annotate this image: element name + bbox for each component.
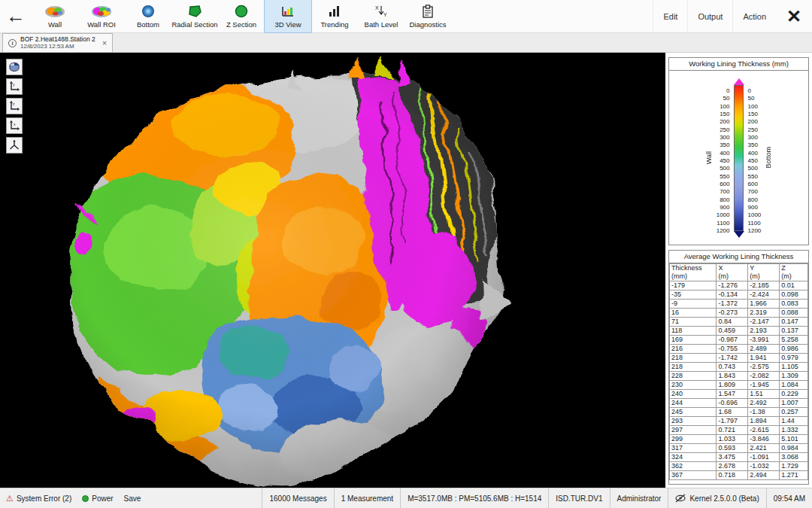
table-row[interactable]: 3243.475-1.0913.068 [670,453,808,462]
table-cell: -2.424 [748,291,780,300]
table-row[interactable]: 2451.68-1.380.257 [670,408,808,417]
table-cell: 0.01 [780,281,808,291]
toolbar-item-bath-level[interactable]: X Y Bath Level [358,0,404,32]
action-button[interactable]: Action [732,0,776,32]
table-cell: -1.945 [748,381,780,390]
table-row[interactable]: 2401.5471.510.229 [670,390,808,399]
toolbar-item-bottom[interactable]: Bottom [125,0,171,32]
kernel-label: Kernel 2.5.0.0 (Beta) [689,494,759,503]
table-cell: 0.718 [717,471,748,480]
messages-status[interactable]: 16000 Messages [262,488,333,508]
edit-button[interactable]: Edit [653,0,687,32]
table-row[interactable]: 293-1.7971.8941.44 [670,417,808,426]
system-error-status[interactable]: ⚠ System Error (2) [6,494,71,503]
toolbar-item-wall[interactable]: Wall [32,0,78,32]
table-cell: 0.088 [780,309,808,318]
measurement-tab[interactable]: i BOF 2.Heat1488.Station 2 12/8/2023 12:… [2,33,113,52]
legend-tick-label: 450 [720,158,729,164]
toolbar-item-radial-section[interactable]: Radial Section [171,0,218,32]
table-cell: 1.547 [717,390,748,399]
legend-tick-label: 350 [748,142,758,148]
table-cell: 367 [670,471,717,480]
toolbar-item-z-section[interactable]: Z Section [218,0,265,32]
table-cell: 362 [670,462,717,471]
table-row[interactable]: 169-0.987-3.9915.258 [670,336,808,345]
table-cell: 245 [670,408,717,417]
table-row[interactable]: 244-0.6962.4921.007 [670,399,808,408]
table-row[interactable]: 216-0.7552.4890.986 [670,345,808,354]
legend-tick-label: 200 [720,119,729,125]
table-row[interactable]: 2970.721-2.6151.332 [670,426,808,435]
toolbar-item-label: Wall [48,20,62,29]
legend-ticks-right: 0501001502002503003504004505005506007008… [748,88,762,234]
toolbar-item-3d-view[interactable]: 3D View [265,0,311,32]
toolbar-item-wall-roi[interactable]: Wall ROI [78,0,125,32]
svg-text:Y: Y [383,12,387,17]
clock-status: 09:54 AM [766,488,812,508]
table-cell: -179 [670,281,717,291]
app-window: ← Wall Wall ROI Bottom [0,0,812,508]
3d-viewport[interactable]: y z x [0,53,665,488]
table-cell: -0.134 [717,291,748,300]
warning-icon: ⚠ [6,494,14,503]
table-row[interactable]: -179-1.276-2.1850.01 [670,281,808,291]
back-button[interactable]: ← [0,0,32,32]
table-row[interactable]: 3670.7182.4941.271 [670,471,808,480]
table-cell: -0.273 [717,309,748,318]
device-status[interactable]: ISD.TUR.DV1 [548,488,609,508]
table-row[interactable]: 1180.4592.1930.137 [670,327,808,336]
bath-level-icon: X Y [374,4,389,19]
wall-roi-thumbnail-icon [91,4,112,19]
table-cell: -2.147 [748,318,780,327]
legend-wall-label: Wall [705,151,713,164]
legend-tick-label: 600 [748,181,758,187]
legend-tick-label: 1100 [748,221,761,227]
info-icon: i [8,39,17,47]
close-app-button[interactable]: ✕ [776,0,812,32]
toolbar-item-trending[interactable]: Trending [311,0,358,32]
axis-xy-view-button[interactable]: y [6,78,23,95]
axis-xz-view-button[interactable]: z [6,98,23,114]
toolbar-item-label: Wall ROI [87,20,116,29]
furnace-3d-model[interactable] [0,53,665,488]
table-row[interactable]: 2281.843-2.0821.309 [670,372,808,381]
table-cell: 1.941 [748,354,780,363]
table-cell: -0.755 [717,345,748,354]
table-row[interactable]: 2301.809-1.9451.084 [670,381,808,390]
table-row[interactable]: 16-0.2732.3190.088 [670,309,808,318]
toolbar-item-diagnostics[interactable]: Diagnostics [404,0,451,32]
table-row[interactable]: -9-1.3721.9660.083 [670,300,808,309]
table-row[interactable]: 3622.678-1.0321.729 [670,462,808,471]
table-cell: 297 [670,426,717,435]
z-section-icon [235,4,248,19]
legend-tick-label: 150 [720,111,729,117]
user-status[interactable]: Administrator [610,488,668,508]
table-row[interactable]: 3170.5932.4210.984 [670,444,808,453]
table-row[interactable]: 2180.743-2.5751.105 [670,363,808,372]
col-x: X(m) [717,264,748,281]
three-axis-view-button[interactable] [6,137,23,154]
table-cell: -0.987 [717,336,748,345]
legend-tick-label: 500 [748,166,758,172]
table-row[interactable]: -35-0.134-2.4240.098 [670,291,808,300]
table-cell: 1.843 [717,372,748,381]
table-cell: 317 [670,444,717,453]
tab-close-icon[interactable]: × [102,38,107,47]
axis-yz-view-button[interactable]: x [6,117,23,134]
thickness-table[interactable]: Thickness(mm) X(m) Y(m) Z(m) -179-1.276-… [669,263,808,480]
table-cell: 1.309 [780,372,808,381]
table-cell: -1.091 [748,453,780,462]
table-row[interactable]: 218-1.7421.9410.979 [670,354,808,363]
table-cell: 1.809 [717,381,748,390]
save-status[interactable]: Save [124,494,141,503]
output-button[interactable]: Output [687,0,732,32]
measurement-status[interactable]: 1 Measurement [334,488,400,508]
table-row[interactable]: 710.84-2.1470.147 [670,318,808,327]
table-row[interactable]: 2991.033-3.8465.101 [670,435,808,444]
table-cell: -1.797 [717,417,748,426]
kernel-status[interactable]: Kernel 2.5.0.0 (Beta) [668,488,765,508]
table-cell: 0.84 [717,318,748,327]
iso-disc-view-button[interactable] [6,59,23,75]
table-cell: 240 [670,390,717,399]
power-status[interactable]: Power [82,494,113,503]
